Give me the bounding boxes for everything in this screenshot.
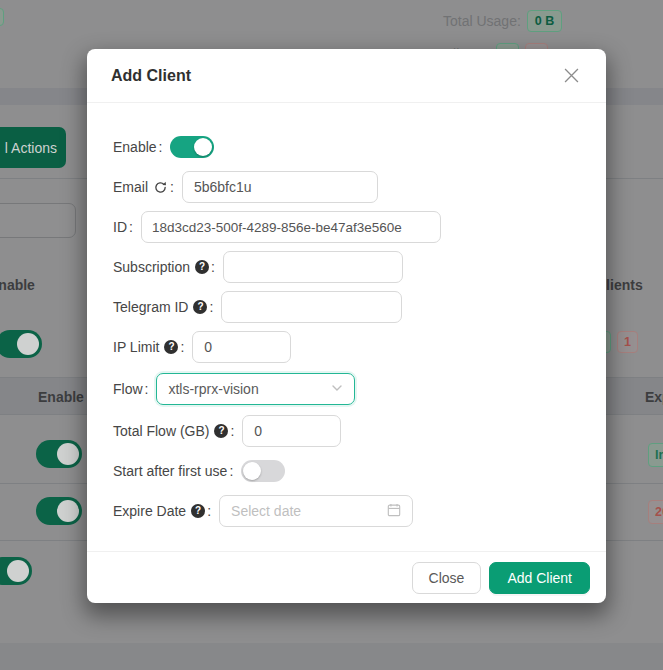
- regenerate-email-icon[interactable]: [153, 180, 168, 195]
- flow-row: Flow : xtls-rprx-vision: [113, 371, 580, 407]
- inbound-enable-toggle: [0, 330, 42, 358]
- enable-row: Enable :: [113, 131, 580, 163]
- expiry-date-badge: 20: [648, 500, 663, 524]
- flow-selected-value: xtls-rprx-vision: [168, 381, 258, 397]
- ip-limit-label: IP Limit: [113, 339, 159, 355]
- colon: :: [211, 259, 215, 275]
- client-enable-toggle: [36, 497, 82, 525]
- modal-body: Enable : Email : ID : Subscription ?: [87, 103, 606, 527]
- close-icon[interactable]: [560, 65, 582, 87]
- expire-date-placeholder: Select date: [231, 503, 301, 519]
- modal-title: Add Client: [111, 67, 191, 85]
- enable-toggle[interactable]: [170, 136, 214, 158]
- expire-date-picker[interactable]: Select date: [219, 495, 413, 527]
- telegram-id-input[interactable]: [221, 291, 402, 323]
- colon: :: [180, 339, 184, 355]
- help-icon[interactable]: ?: [195, 260, 209, 274]
- id-row: ID :: [113, 211, 580, 243]
- modal-header: Add Client: [87, 49, 606, 103]
- clients-depleted-count-badge: 1: [617, 331, 638, 353]
- total-flow-label: Total Flow (GB): [113, 423, 209, 439]
- colon: :: [145, 381, 149, 397]
- start-after-first-use-row: Start after first use :: [113, 455, 580, 487]
- close-button[interactable]: Close: [412, 562, 482, 594]
- add-client-modal: Add Client Enable : Email : ID :: [87, 49, 606, 603]
- start-after-first-use-label: Start after first use: [113, 463, 227, 479]
- toggle-knob: [194, 138, 212, 156]
- total-usage-badge: 0 B: [527, 10, 562, 32]
- total-usage-label: Total Usage:: [443, 13, 521, 29]
- ip-limit-row: IP Limit ? :: [113, 331, 580, 363]
- help-icon[interactable]: ?: [164, 340, 178, 354]
- flow-select[interactable]: xtls-rprx-vision: [156, 373, 355, 405]
- colon: :: [170, 179, 174, 195]
- chevron-down-icon: [331, 381, 343, 397]
- table-header-enable: Enable: [0, 277, 35, 293]
- email-row: Email :: [113, 171, 580, 203]
- email-label: Email: [113, 179, 148, 195]
- expire-date-label: Expire Date: [113, 503, 186, 519]
- total-flow-input[interactable]: [242, 415, 341, 447]
- colon: :: [129, 219, 133, 235]
- client-enable-toggle: [0, 557, 32, 585]
- total-flow-row: Total Flow (GB) ? :: [113, 415, 580, 447]
- modal-footer: Close Add Client: [87, 551, 606, 603]
- ip-limit-input[interactable]: [192, 331, 291, 363]
- client-table-header-enable: Enable: [38, 389, 84, 405]
- page: Total Usage: 0 B Clients: 2 1 l Actions …: [0, 0, 663, 670]
- calendar-icon: [387, 503, 401, 520]
- search-input: [0, 203, 76, 238]
- start-after-first-use-toggle[interactable]: [241, 460, 285, 482]
- toggle-knob: [7, 560, 29, 582]
- email-input[interactable]: [182, 171, 378, 203]
- flow-label: Flow: [113, 381, 143, 397]
- help-icon[interactable]: ?: [214, 424, 228, 438]
- client-enable-toggle: [36, 440, 82, 468]
- colon: :: [159, 139, 163, 155]
- inbound-tag-badge: In: [648, 443, 663, 467]
- background-corner-badge: [0, 8, 4, 26]
- subscription-input[interactable]: [223, 251, 403, 283]
- toggle-knob: [243, 462, 261, 480]
- colon: :: [209, 299, 213, 315]
- background-footer-band: [0, 643, 663, 670]
- id-input[interactable]: [141, 211, 441, 243]
- id-label: ID: [113, 219, 127, 235]
- telegram-id-label: Telegram ID: [113, 299, 188, 315]
- colon: :: [229, 463, 233, 479]
- colon: :: [207, 503, 211, 519]
- help-icon[interactable]: ?: [191, 504, 205, 518]
- general-actions-label: l Actions: [5, 140, 57, 156]
- add-client-button[interactable]: Add Client: [489, 562, 590, 594]
- colon: :: [230, 423, 234, 439]
- help-icon[interactable]: ?: [193, 300, 207, 314]
- expire-date-row: Expire Date ? : Select date: [113, 495, 580, 527]
- enable-label: Enable: [113, 139, 157, 155]
- subscription-row: Subscription ? :: [113, 251, 580, 283]
- subscription-label: Subscription: [113, 259, 190, 275]
- client-table-header-expiry: Exp: [645, 389, 663, 405]
- telegram-row: Telegram ID ? :: [113, 291, 580, 323]
- toggle-knob: [57, 500, 79, 522]
- toggle-knob: [17, 333, 39, 355]
- general-actions-button: l Actions: [0, 127, 66, 168]
- toggle-knob: [57, 443, 79, 465]
